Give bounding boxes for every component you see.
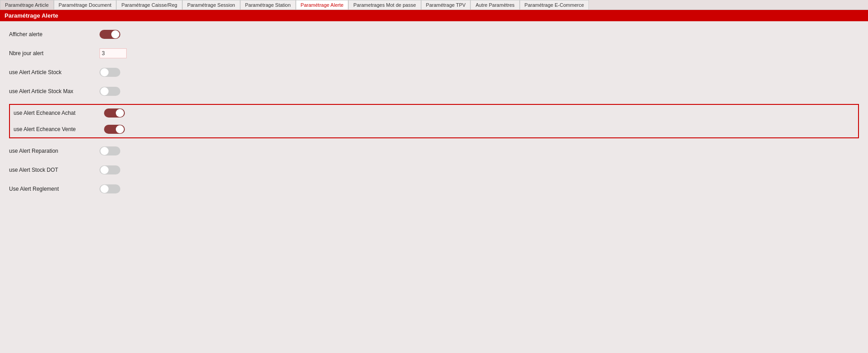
toggle-use-alert-reparation[interactable] [100, 146, 120, 155]
tab-parametrage-alerte[interactable]: Paramétrage Alerte [296, 0, 349, 9]
toggle-use-alert-reglement[interactable] [100, 184, 120, 193]
toggle-knob-use-alert-stock-dot [100, 166, 109, 174]
label-use-alert-echeance-vente: use Alert Echeance Vente [14, 126, 104, 132]
toggle-knob-use-alert-article-stock [100, 68, 109, 76]
toggle-use-alert-echeance-achat[interactable] [104, 108, 125, 118]
label-afficher-alerte: Afficher alerte [9, 31, 100, 38]
row-use-alert-echeance-achat: use Alert Echeance Achat [14, 107, 854, 119]
toggle-use-alert-echeance-vente[interactable] [104, 125, 125, 134]
label-use-alert-article-stock: use Alert Article Stock [9, 69, 100, 75]
toggle-knob-use-alert-reparation [100, 147, 109, 155]
tab-parametrage-document[interactable]: Paramétrage Document [54, 0, 117, 9]
tab-parametrage-tpv[interactable]: Paramétrage TPV [421, 0, 471, 9]
row-use-alert-article-stock: use Alert Article Stock [9, 66, 859, 79]
tab-parametrage-station[interactable]: Paramétrage Station [240, 0, 296, 9]
toggle-knob-use-alert-echeance-vente [116, 125, 124, 133]
toggle-knob-use-alert-echeance-achat [116, 109, 124, 117]
row-use-alert-article-stock-max: use Alert Article Stock Max [9, 85, 859, 98]
section-header: Paramétrage Alerte [0, 10, 868, 21]
label-use-alert-echeance-achat: use Alert Echeance Achat [14, 110, 104, 116]
section-title: Paramétrage Alerte [5, 12, 58, 19]
toggle-knob-afficher-alerte [111, 30, 119, 38]
label-use-alert-reparation: use Alert Reparation [9, 148, 100, 154]
row-nbre-jour-alert: Nbre jour alert [9, 47, 859, 60]
tab-autre-parametres[interactable]: Autre Paramètres [470, 0, 519, 9]
row-use-alert-reglement: Use Alert Reglement [9, 183, 859, 195]
toggle-knob-use-alert-reglement [100, 185, 109, 193]
label-use-alert-stock-dot: use Alert Stock DOT [9, 167, 100, 173]
row-use-alert-stock-dot: use Alert Stock DOT [9, 164, 859, 176]
label-nbre-jour-alert: Nbre jour alert [9, 50, 100, 56]
toggle-use-alert-stock-dot[interactable] [100, 165, 120, 174]
input-nbre-jour-alert[interactable] [100, 48, 127, 58]
tab-parametrage-ecommerce[interactable]: Paramétrage E-Commerce [520, 0, 589, 9]
toggle-use-alert-article-stock-max[interactable] [100, 87, 120, 96]
tab-parametrage-article[interactable]: Paramétrage Article [0, 0, 54, 9]
row-afficher-alerte: Afficher alerte [9, 28, 859, 41]
tab-parametrage-session[interactable]: Paramétrage Session [182, 0, 240, 9]
toggle-afficher-alerte[interactable] [100, 30, 120, 39]
highlight-echeance-box: use Alert Echeance Achat use Alert Echea… [9, 104, 859, 138]
row-use-alert-reparation: use Alert Reparation [9, 145, 859, 157]
tab-parametrage-caisse-reg[interactable]: Paramétrage Caisse/Reg [116, 0, 182, 9]
tab-bar: Paramétrage ArticleParamétrage DocumentP… [0, 0, 868, 10]
label-use-alert-reglement: Use Alert Reglement [9, 186, 100, 192]
toggle-knob-use-alert-article-stock-max [100, 87, 109, 95]
label-use-alert-article-stock-max: use Alert Article Stock Max [9, 88, 100, 94]
tab-parametrages-mot-de-passe[interactable]: Parametrages Mot de passe [348, 0, 421, 9]
row-use-alert-echeance-vente: use Alert Echeance Vente [14, 123, 854, 136]
toggle-use-alert-article-stock[interactable] [100, 68, 120, 77]
main-content: Afficher alerte Nbre jour alert use Aler… [0, 21, 868, 208]
